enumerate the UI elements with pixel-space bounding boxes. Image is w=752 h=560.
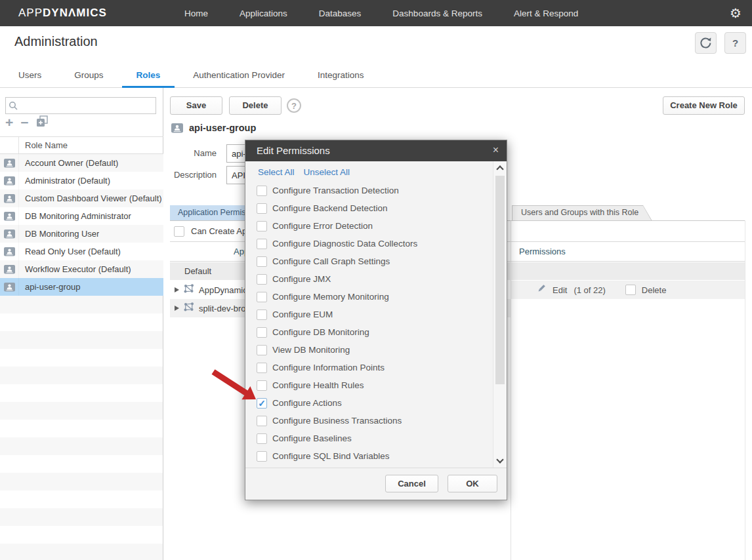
permission-label: Configure Backend Detection <box>272 203 388 213</box>
permission-checkbox[interactable] <box>257 256 267 267</box>
permission-checkbox[interactable] <box>257 345 267 355</box>
role-name: Administrator (Default) <box>19 176 110 186</box>
edit-link[interactable]: Edit <box>553 285 567 295</box>
nav-item[interactable]: Applications <box>240 9 287 18</box>
description-label: Description <box>138 166 217 184</box>
main-nav: HomeApplicationsDatabasesDashboards & Re… <box>184 0 578 26</box>
role-search-input[interactable] <box>20 98 154 113</box>
permission-checkbox[interactable] <box>257 239 267 249</box>
close-icon[interactable]: × <box>493 140 499 160</box>
admin-tab[interactable]: Authentication Provider <box>193 63 285 88</box>
scroll-up-icon[interactable] <box>496 165 503 172</box>
ok-button[interactable]: OK <box>448 475 497 492</box>
edit-permissions-modal: Edit Permissions × Select All Unselect A… <box>245 140 507 500</box>
role-row[interactable]: Workflow Executor (Default) <box>0 260 163 278</box>
row-delete-checkbox[interactable] <box>625 285 636 295</box>
can-create-applications-checkbox[interactable] <box>174 226 184 237</box>
delete-button[interactable]: Delete <box>229 96 282 115</box>
nav-item[interactable]: Alert & Respond <box>514 9 578 18</box>
permission-checkbox[interactable] <box>257 416 267 426</box>
user-badge-icon <box>171 123 183 133</box>
sidebar-toolbar: + − <box>5 115 49 130</box>
application-flowmap-icon <box>183 283 195 296</box>
permission-item: View DB Monitoring <box>245 341 492 359</box>
role-row[interactable]: DB Monitoring User <box>0 225 163 243</box>
edit-pencil-icon[interactable] <box>536 283 547 296</box>
role-heading-text: api-user-group <box>189 123 256 133</box>
nav-item[interactable]: Home <box>184 9 208 18</box>
scroll-down-icon[interactable] <box>496 456 503 463</box>
permission-label: Configure Health Rules <box>272 380 364 390</box>
permission-checkbox[interactable] <box>257 451 267 462</box>
role-row[interactable]: DB Monitoring Administrator <box>0 207 163 225</box>
search-icon <box>9 101 18 111</box>
permission-checkbox[interactable] <box>257 203 267 214</box>
role-name: DB Monitoring User <box>19 229 99 239</box>
expand-arrow-icon[interactable] <box>175 306 179 311</box>
user-badge-icon <box>4 247 15 256</box>
modal-body: Select All Unselect All Configure Transa… <box>245 161 507 468</box>
row-delete-label: Delete <box>642 285 667 295</box>
permission-item: Configure Health Rules <box>245 376 492 394</box>
user-badge-icon <box>4 230 15 239</box>
permission-checkbox[interactable] <box>257 310 267 320</box>
user-badge-icon <box>4 265 15 274</box>
cancel-button[interactable]: Cancel <box>385 475 438 492</box>
permissions-column-header: Permissions <box>519 242 566 262</box>
permission-checkbox[interactable] <box>257 292 267 302</box>
role-help-button[interactable]: ? <box>286 98 302 116</box>
permission-checkbox[interactable] <box>257 186 267 196</box>
permission-checkbox[interactable] <box>257 433 267 444</box>
refresh-button[interactable] <box>695 32 717 54</box>
permission-checkbox[interactable] <box>257 274 267 285</box>
role-search-box[interactable] <box>5 97 156 114</box>
modal-title: Edit Permissions <box>257 140 330 161</box>
permission-label: Configure EUM <box>272 310 333 319</box>
role-row[interactable]: Read Only User (Default) <box>0 243 163 260</box>
application-name[interactable]: AppDynamics <box>199 285 251 295</box>
add-role-button[interactable]: + <box>5 116 13 129</box>
admin-tab[interactable]: Groups <box>74 63 103 88</box>
question-mark-icon: ? <box>732 37 738 49</box>
admin-tabstrip: UsersGroupsRolesAuthentication ProviderI… <box>0 63 752 88</box>
name-label: Name <box>138 144 217 163</box>
page-help-button[interactable]: ? <box>724 32 746 54</box>
role-name: DB Monitoring Administrator <box>19 211 131 221</box>
nav-item[interactable]: Databases <box>319 9 362 18</box>
refresh-icon <box>700 37 712 49</box>
settings-gear-icon[interactable]: ⚙ <box>730 0 742 26</box>
permission-label: Configure Business Transactions <box>272 416 402 426</box>
permission-checkbox[interactable] <box>257 327 267 338</box>
admin-tab[interactable]: Roles <box>136 63 161 88</box>
unselect-all-link[interactable]: Unselect All <box>304 167 350 177</box>
duplicate-role-button[interactable] <box>36 115 49 130</box>
role-row[interactable]: api-user-group <box>0 278 163 296</box>
remove-role-button[interactable]: − <box>20 116 28 129</box>
select-all-link[interactable]: Select All <box>258 167 295 177</box>
permission-item: Configure SQL Bind Variables <box>245 447 492 465</box>
create-new-role-button[interactable]: Create New Role <box>663 96 745 115</box>
user-badge-icon <box>4 283 15 292</box>
admin-tab[interactable]: Integrations <box>318 63 364 88</box>
appdynamics-logo[interactable]: APPDYNΛMICS <box>18 0 107 26</box>
permission-label: Configure SQL Bind Variables <box>272 451 390 461</box>
modal-scrollbar[interactable] <box>493 161 507 468</box>
nav-item[interactable]: Dashboards & Reports <box>392 9 482 18</box>
permission-checkbox[interactable] <box>257 221 267 231</box>
permission-item: Configure Baselines <box>245 430 492 447</box>
permission-checkbox[interactable] <box>257 363 267 373</box>
role-row[interactable]: Custom Dashboard Viewer (Default) <box>0 190 163 207</box>
permission-checkbox[interactable] <box>257 380 267 391</box>
administration-page: APPDYNΛMICS HomeApplicationsDatabasesDas… <box>0 0 752 560</box>
scrollbar-thumb[interactable] <box>495 176 505 384</box>
user-badge-icon <box>4 194 15 203</box>
save-button[interactable]: Save <box>170 96 222 115</box>
permission-edit-controls: Edit (1 of 22) Delete <box>511 283 666 296</box>
application-name[interactable]: split-dev-brow <box>199 304 252 313</box>
expand-arrow-icon[interactable] <box>175 287 179 292</box>
permission-label: Configure Call Graph Settings <box>272 256 390 266</box>
permission-checkbox[interactable] <box>257 398 267 409</box>
permission-label: Configure DB Monitoring <box>272 327 369 337</box>
tab-users-groups-with-role[interactable]: Users and Groups with this Role <box>512 205 652 221</box>
admin-tab[interactable]: Users <box>18 63 41 88</box>
